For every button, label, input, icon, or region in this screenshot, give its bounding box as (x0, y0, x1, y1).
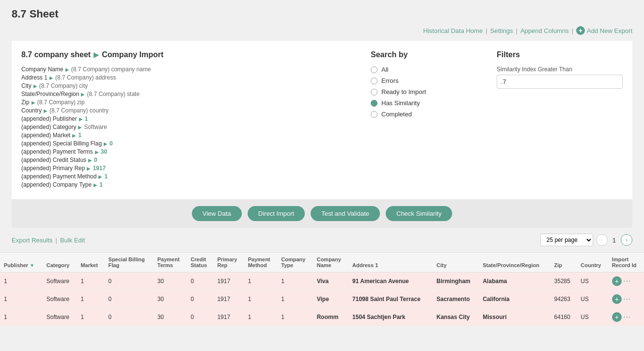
mapping-row-category: (appended) Category ▶ Software (21, 124, 342, 130)
radio-all[interactable]: All (371, 66, 468, 73)
more-options-button[interactable]: ··· (623, 277, 631, 285)
similarity-input[interactable] (497, 75, 623, 89)
mapping-row-zip: Zip ▶ (8.7 Company) zip (21, 99, 342, 106)
top-nav: Historical Data Home | Settings | Append… (0, 24, 644, 41)
cell-actions: + ··· (608, 272, 644, 290)
append-columns-link[interactable]: Append Columns (520, 27, 569, 34)
direct-import-button[interactable]: Direct Import (248, 206, 305, 221)
cell-credit-status: 0 (187, 308, 213, 326)
plus-icon: + (576, 26, 585, 35)
pagination: 25 per page 50 per page 100 per page ‹ 1… (540, 234, 632, 246)
search-section: Search by All Errors Ready to Import Has… (371, 50, 468, 118)
cell-credit-status: 0 (187, 272, 213, 290)
more-options-button[interactable]: ··· (623, 295, 631, 303)
cell-address1: 1504 Sachtjen Park (348, 308, 433, 326)
test-validate-button[interactable]: Test and Validate (311, 206, 380, 221)
page-header: 8.7 Sheet Historical Data Home | Setting… (0, 0, 644, 41)
cell-primary-rep: 1917 (213, 290, 244, 308)
sort-icon-publisher: ▼ (30, 263, 34, 268)
radio-errors[interactable]: Errors (371, 77, 468, 84)
export-results-link[interactable]: Export Results (12, 237, 53, 244)
th-payment-terms: PaymentTerms (154, 253, 187, 272)
mapping-row-address1: Address 1 ▶ (8.7 Company) address (21, 74, 342, 81)
cell-state: Missouri (479, 308, 550, 326)
cell-address1: 91 American Avenue (348, 272, 433, 290)
cell-company-name: Vipe (313, 290, 348, 308)
cell-payment-terms: 30 (154, 272, 187, 290)
settings-link[interactable]: Settings (490, 27, 513, 34)
cell-publisher: 1 (0, 308, 43, 326)
cell-state: Alabama (479, 272, 550, 290)
mapping-row-billing: (appended) Special Billing Flag ▶ 0 (21, 140, 342, 147)
cell-payment-terms: 30 (154, 308, 187, 326)
table-header-row: Publisher ▼ Category Market Special Bill… (0, 253, 644, 272)
search-title: Search by (371, 50, 468, 59)
mapping-row-creditstatus: (appended) Credit Status ▶ 0 (21, 157, 342, 163)
per-page-select[interactable]: 25 per page 50 per page 100 per page (540, 234, 593, 246)
radio-circle-all (371, 66, 377, 73)
cell-category: Software (43, 290, 77, 308)
main-card: 8.7 company sheet ▶ Company Import Compa… (12, 41, 632, 228)
cell-publisher: 1 (0, 290, 43, 308)
data-table: Publisher ▼ Category Market Special Bill… (0, 252, 644, 326)
mapping-row-market: (appended) Market ▶ 1 (21, 132, 342, 139)
mapping-row-city: City ▶ (8.7 Company) city (21, 82, 342, 89)
th-publisher[interactable]: Publisher ▼ (0, 253, 43, 272)
radio-circle-similarity (371, 100, 377, 107)
check-similarity-button[interactable]: Check Similarity (386, 206, 452, 221)
cell-billing-flag: 0 (105, 290, 154, 308)
radio-completed[interactable]: Completed (371, 111, 468, 118)
cell-city: Kansas City (433, 308, 479, 326)
mapping-row-companyname: Company Name ▶ (8.7 Company) company nam… (21, 66, 342, 73)
more-options-button[interactable]: ··· (623, 313, 631, 321)
next-page-button[interactable]: › (621, 234, 632, 246)
table-row: 1 Software 1 0 30 0 1917 1 1 Vipe 71098 … (0, 290, 644, 308)
cell-billing-flag: 0 (105, 308, 154, 326)
add-record-button[interactable]: + (612, 294, 622, 304)
bulk-edit-link[interactable]: Bulk Edit (60, 237, 85, 244)
th-country: Country (577, 253, 608, 272)
search-radio-group: All Errors Ready to Import Has Similarit… (371, 66, 468, 118)
mapping-section: 8.7 company sheet ▶ Company Import Compa… (21, 50, 342, 190)
th-import-id: ImportRecord Id (608, 253, 644, 272)
cell-payment-method: 1 (244, 290, 278, 308)
cell-market: 1 (77, 272, 104, 290)
add-record-button[interactable]: + (612, 276, 622, 286)
th-category[interactable]: Category (43, 253, 77, 272)
view-data-button[interactable]: View Data (192, 206, 242, 221)
prev-page-button[interactable]: ‹ (596, 234, 608, 246)
cell-address1: 71098 Saint Paul Terrace (348, 290, 433, 308)
cell-zip: 64160 (550, 308, 577, 326)
mapping-row-country: Country ▶ (8.7 Company) country (21, 107, 342, 114)
mapping-row-publisher: (appended) Publisher ▶ 1 (21, 115, 342, 122)
mapping-rows: Company Name ▶ (8.7 Company) company nam… (21, 66, 342, 188)
radio-similarity[interactable]: Has Similarity (371, 99, 468, 107)
radio-circle-ready (371, 89, 377, 96)
historical-data-home-link[interactable]: Historical Data Home (423, 27, 483, 34)
th-zip: Zip (550, 253, 577, 272)
add-record-button[interactable]: + (612, 312, 622, 322)
cell-company-name: Roomm (313, 308, 348, 326)
page-number: 1 (611, 237, 618, 244)
mapping-row-paymethod: (appended) Payment Method ▶ 1 (21, 173, 342, 180)
radio-circle-errors (371, 78, 377, 84)
cell-payment-method: 1 (244, 308, 278, 326)
th-credit-status: CreditStatus (187, 253, 213, 272)
cell-billing-flag: 0 (105, 272, 154, 290)
cell-zip: 94263 (550, 290, 577, 308)
th-billing-flag: Special BillingFlag (105, 253, 154, 272)
th-market[interactable]: Market (77, 253, 104, 272)
table-row: 1 Software 1 0 30 0 1917 1 1 Viva 91 Ame… (0, 272, 644, 290)
th-primary-rep: PrimaryRep (213, 253, 244, 272)
add-new-export-link[interactable]: + Add New Export (576, 26, 632, 35)
cell-zip: 35285 (550, 272, 577, 290)
table-container: Publisher ▼ Category Market Special Bill… (0, 252, 644, 326)
results-bar: Export Results | Bulk Edit 25 per page 5… (0, 228, 644, 252)
similarity-label: Similarity Index Greater Than (497, 66, 623, 73)
cell-primary-rep: 1917 (213, 272, 244, 290)
results-links: Export Results | Bulk Edit (12, 237, 85, 244)
radio-ready[interactable]: Ready to Import (371, 88, 468, 96)
cell-credit-status: 0 (187, 290, 213, 308)
cell-payment-method: 1 (244, 272, 278, 290)
mapping-row-payterms: (appended) Payment Terms ▶ 30 (21, 148, 342, 155)
